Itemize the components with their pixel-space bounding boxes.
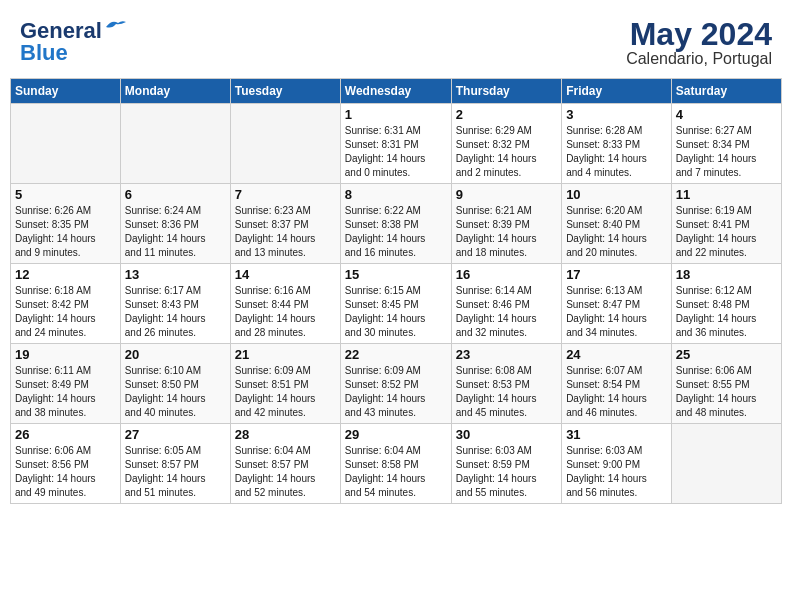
day-number: 24 — [566, 347, 667, 362]
day-number: 10 — [566, 187, 667, 202]
calendar-cell: 21Sunrise: 6:09 AM Sunset: 8:51 PM Dayli… — [230, 344, 340, 424]
calendar-cell: 22Sunrise: 6:09 AM Sunset: 8:52 PM Dayli… — [340, 344, 451, 424]
day-info: Sunrise: 6:24 AM Sunset: 8:36 PM Dayligh… — [125, 204, 226, 260]
day-info: Sunrise: 6:26 AM Sunset: 8:35 PM Dayligh… — [15, 204, 116, 260]
calendar-cell: 18Sunrise: 6:12 AM Sunset: 8:48 PM Dayli… — [671, 264, 781, 344]
day-number: 9 — [456, 187, 557, 202]
calendar-cell: 30Sunrise: 6:03 AM Sunset: 8:59 PM Dayli… — [451, 424, 561, 504]
calendar-cell: 24Sunrise: 6:07 AM Sunset: 8:54 PM Dayli… — [562, 344, 672, 424]
calendar-table: SundayMondayTuesdayWednesdayThursdayFrid… — [10, 78, 782, 504]
day-info: Sunrise: 6:16 AM Sunset: 8:44 PM Dayligh… — [235, 284, 336, 340]
day-info: Sunrise: 6:11 AM Sunset: 8:49 PM Dayligh… — [15, 364, 116, 420]
day-info: Sunrise: 6:29 AM Sunset: 8:32 PM Dayligh… — [456, 124, 557, 180]
day-info: Sunrise: 6:14 AM Sunset: 8:46 PM Dayligh… — [456, 284, 557, 340]
calendar-cell: 3Sunrise: 6:28 AM Sunset: 8:33 PM Daylig… — [562, 104, 672, 184]
calendar-cell: 12Sunrise: 6:18 AM Sunset: 8:42 PM Dayli… — [11, 264, 121, 344]
calendar-cell: 31Sunrise: 6:03 AM Sunset: 9:00 PM Dayli… — [562, 424, 672, 504]
day-info: Sunrise: 6:08 AM Sunset: 8:53 PM Dayligh… — [456, 364, 557, 420]
title-section: May 2024 Calendario, Portugal — [626, 18, 772, 68]
day-number: 7 — [235, 187, 336, 202]
day-info: Sunrise: 6:12 AM Sunset: 8:48 PM Dayligh… — [676, 284, 777, 340]
calendar-cell: 26Sunrise: 6:06 AM Sunset: 8:56 PM Dayli… — [11, 424, 121, 504]
day-number: 8 — [345, 187, 447, 202]
logo-bird-icon — [104, 19, 126, 35]
day-number: 15 — [345, 267, 447, 282]
day-number: 2 — [456, 107, 557, 122]
logo: General Blue — [20, 18, 126, 66]
day-number: 29 — [345, 427, 447, 442]
day-info: Sunrise: 6:06 AM Sunset: 8:55 PM Dayligh… — [676, 364, 777, 420]
calendar-header-row: SundayMondayTuesdayWednesdayThursdayFrid… — [11, 79, 782, 104]
calendar-cell — [11, 104, 121, 184]
calendar-cell: 7Sunrise: 6:23 AM Sunset: 8:37 PM Daylig… — [230, 184, 340, 264]
column-header-tuesday: Tuesday — [230, 79, 340, 104]
month-title: May 2024 — [626, 18, 772, 50]
day-number: 20 — [125, 347, 226, 362]
day-number: 11 — [676, 187, 777, 202]
day-info: Sunrise: 6:07 AM Sunset: 8:54 PM Dayligh… — [566, 364, 667, 420]
day-info: Sunrise: 6:31 AM Sunset: 8:31 PM Dayligh… — [345, 124, 447, 180]
day-info: Sunrise: 6:10 AM Sunset: 8:50 PM Dayligh… — [125, 364, 226, 420]
calendar-cell: 6Sunrise: 6:24 AM Sunset: 8:36 PM Daylig… — [120, 184, 230, 264]
day-number: 30 — [456, 427, 557, 442]
day-number: 12 — [15, 267, 116, 282]
calendar-week-row: 5Sunrise: 6:26 AM Sunset: 8:35 PM Daylig… — [11, 184, 782, 264]
column-header-wednesday: Wednesday — [340, 79, 451, 104]
calendar-cell: 8Sunrise: 6:22 AM Sunset: 8:38 PM Daylig… — [340, 184, 451, 264]
calendar-cell: 17Sunrise: 6:13 AM Sunset: 8:47 PM Dayli… — [562, 264, 672, 344]
day-number: 23 — [456, 347, 557, 362]
day-info: Sunrise: 6:17 AM Sunset: 8:43 PM Dayligh… — [125, 284, 226, 340]
calendar-week-row: 19Sunrise: 6:11 AM Sunset: 8:49 PM Dayli… — [11, 344, 782, 424]
page-header: General Blue May 2024 Calendario, Portug… — [10, 10, 782, 72]
day-info: Sunrise: 6:19 AM Sunset: 8:41 PM Dayligh… — [676, 204, 777, 260]
calendar-cell: 13Sunrise: 6:17 AM Sunset: 8:43 PM Dayli… — [120, 264, 230, 344]
calendar-cell: 9Sunrise: 6:21 AM Sunset: 8:39 PM Daylig… — [451, 184, 561, 264]
calendar-cell: 2Sunrise: 6:29 AM Sunset: 8:32 PM Daylig… — [451, 104, 561, 184]
day-number: 1 — [345, 107, 447, 122]
day-number: 19 — [15, 347, 116, 362]
calendar-cell: 11Sunrise: 6:19 AM Sunset: 8:41 PM Dayli… — [671, 184, 781, 264]
column-header-monday: Monday — [120, 79, 230, 104]
day-info: Sunrise: 6:22 AM Sunset: 8:38 PM Dayligh… — [345, 204, 447, 260]
column-header-thursday: Thursday — [451, 79, 561, 104]
calendar-cell: 23Sunrise: 6:08 AM Sunset: 8:53 PM Dayli… — [451, 344, 561, 424]
day-number: 21 — [235, 347, 336, 362]
day-number: 14 — [235, 267, 336, 282]
location-subtitle: Calendario, Portugal — [626, 50, 772, 68]
day-info: Sunrise: 6:06 AM Sunset: 8:56 PM Dayligh… — [15, 444, 116, 500]
logo-blue: Blue — [20, 40, 68, 66]
calendar-cell: 4Sunrise: 6:27 AM Sunset: 8:34 PM Daylig… — [671, 104, 781, 184]
day-info: Sunrise: 6:20 AM Sunset: 8:40 PM Dayligh… — [566, 204, 667, 260]
day-info: Sunrise: 6:04 AM Sunset: 8:58 PM Dayligh… — [345, 444, 447, 500]
calendar-cell: 27Sunrise: 6:05 AM Sunset: 8:57 PM Dayli… — [120, 424, 230, 504]
day-number: 27 — [125, 427, 226, 442]
calendar-cell: 20Sunrise: 6:10 AM Sunset: 8:50 PM Dayli… — [120, 344, 230, 424]
day-info: Sunrise: 6:13 AM Sunset: 8:47 PM Dayligh… — [566, 284, 667, 340]
day-info: Sunrise: 6:09 AM Sunset: 8:52 PM Dayligh… — [345, 364, 447, 420]
calendar-cell: 29Sunrise: 6:04 AM Sunset: 8:58 PM Dayli… — [340, 424, 451, 504]
day-info: Sunrise: 6:04 AM Sunset: 8:57 PM Dayligh… — [235, 444, 336, 500]
calendar-cell: 16Sunrise: 6:14 AM Sunset: 8:46 PM Dayli… — [451, 264, 561, 344]
day-number: 4 — [676, 107, 777, 122]
day-number: 31 — [566, 427, 667, 442]
day-number: 3 — [566, 107, 667, 122]
day-info: Sunrise: 6:27 AM Sunset: 8:34 PM Dayligh… — [676, 124, 777, 180]
calendar-cell — [671, 424, 781, 504]
day-number: 22 — [345, 347, 447, 362]
day-number: 5 — [15, 187, 116, 202]
day-info: Sunrise: 6:05 AM Sunset: 8:57 PM Dayligh… — [125, 444, 226, 500]
calendar-cell — [230, 104, 340, 184]
day-number: 13 — [125, 267, 226, 282]
calendar-week-row: 12Sunrise: 6:18 AM Sunset: 8:42 PM Dayli… — [11, 264, 782, 344]
calendar-week-row: 1Sunrise: 6:31 AM Sunset: 8:31 PM Daylig… — [11, 104, 782, 184]
day-number: 26 — [15, 427, 116, 442]
calendar-cell: 1Sunrise: 6:31 AM Sunset: 8:31 PM Daylig… — [340, 104, 451, 184]
column-header-sunday: Sunday — [11, 79, 121, 104]
calendar-cell: 19Sunrise: 6:11 AM Sunset: 8:49 PM Dayli… — [11, 344, 121, 424]
calendar-cell: 25Sunrise: 6:06 AM Sunset: 8:55 PM Dayli… — [671, 344, 781, 424]
day-info: Sunrise: 6:03 AM Sunset: 8:59 PM Dayligh… — [456, 444, 557, 500]
day-number: 17 — [566, 267, 667, 282]
calendar-cell: 14Sunrise: 6:16 AM Sunset: 8:44 PM Dayli… — [230, 264, 340, 344]
day-number: 16 — [456, 267, 557, 282]
calendar-cell: 10Sunrise: 6:20 AM Sunset: 8:40 PM Dayli… — [562, 184, 672, 264]
